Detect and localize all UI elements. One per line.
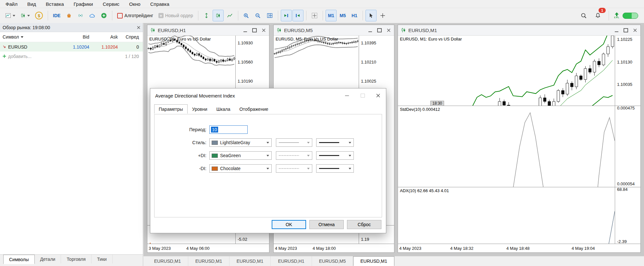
timeframe-m5-button[interactable]: M5 [337, 10, 348, 21]
cancel-button[interactable]: Отмена [309, 220, 344, 229]
style-line-select[interactable] [276, 138, 312, 147]
menu-tools[interactable]: Сервис [98, 0, 124, 8]
indicator-scale[interactable]: 0.000475 0.000054 [615, 106, 640, 187]
tab-details[interactable]: Детали [35, 255, 61, 263]
time-scale[interactable]: 4 May 2023 4 May 18:00 [274, 244, 394, 252]
chart-tab-0[interactable]: EURUSD,M1 [147, 256, 188, 266]
chart-type-button[interactable] [3, 10, 18, 21]
add-symbol-row[interactable]: добавить... 1 / 120 [0, 52, 143, 61]
menu-help[interactable]: Справка [145, 0, 174, 8]
adx-chart[interactable] [398, 187, 615, 244]
menu-file[interactable]: Файл [1, 0, 22, 8]
line-scale-button[interactable] [224, 10, 235, 21]
chart-tab-3[interactable]: EURUSD,H1 [271, 256, 312, 266]
style-color-select[interactable]: LightSlateGray [209, 138, 272, 147]
ok-button[interactable]: OK [272, 220, 306, 229]
close-panel-button[interactable] [137, 26, 140, 29]
cursor-tool-button[interactable] [365, 10, 377, 21]
tab-parameters[interactable]: Параметры [154, 104, 188, 114]
zoom-in-icon [243, 13, 249, 18]
ide-button[interactable]: IDE [51, 10, 63, 21]
signals-button[interactable] [75, 10, 86, 21]
menu-charts[interactable]: Графики [69, 0, 98, 8]
column-bid[interactable]: Bid [58, 34, 89, 40]
stddev-chart[interactable] [398, 106, 615, 187]
minus-di-line-select[interactable] [276, 164, 312, 173]
market-button[interactable] [63, 10, 74, 21]
close-icon[interactable] [633, 29, 637, 32]
vps-button[interactable] [87, 10, 98, 21]
chart-tab-1[interactable]: EURUSD,M1 [188, 256, 229, 266]
cursor-icon [368, 13, 373, 18]
column-spread[interactable]: Спред [118, 34, 143, 40]
dialog-close-button[interactable] [370, 88, 386, 103]
tab-symbols[interactable]: Символы [3, 255, 35, 264]
price-scale[interactable]: 1.10225 1.10130 1.10035 [615, 36, 640, 106]
add-service-button[interactable] [98, 10, 109, 21]
tab-visualization[interactable]: Отображение [235, 104, 273, 114]
symbol-row-eurusd[interactable]: EURUSD 1.10204 1.10204 0 [0, 42, 143, 52]
time-scale[interactable]: 3 May 2023 4 May 06:00 [147, 244, 269, 252]
close-icon[interactable] [262, 29, 266, 32]
minimize-icon[interactable] [243, 28, 247, 32]
color-swatch [212, 141, 218, 145]
column-ask[interactable]: Ask [89, 34, 118, 40]
data-window-button[interactable] [309, 10, 320, 21]
maximize-icon[interactable] [377, 28, 382, 32]
window-titlebar[interactable]: EURUSD,M5 [274, 25, 394, 36]
timeframe-m1-button[interactable]: M1 [326, 10, 337, 21]
notifications-button[interactable]: 1 [592, 10, 603, 21]
search-button[interactable] [578, 10, 589, 21]
bar-scale-button[interactable] [201, 10, 212, 21]
algo-trading-button[interactable]: Алготрейдинг [115, 10, 155, 21]
chart-tab-2[interactable]: EURUSD,M1 [229, 256, 271, 266]
candle-scale-button[interactable] [213, 10, 224, 21]
period-input[interactable]: 10 [209, 125, 248, 134]
indicator-dialog: Average Directional Movement Index Парам… [150, 88, 386, 233]
window-titlebar[interactable]: EURUSD,H1 [147, 25, 269, 36]
chart-shift-button[interactable] [292, 10, 303, 21]
crosshair-tool-button[interactable] [377, 10, 388, 21]
indicator-scale[interactable]: 68.84 -2.39 [615, 187, 640, 244]
window-title: EURUSD,M1 [408, 28, 437, 33]
plus-di-line-select[interactable] [276, 151, 312, 160]
menu-insert[interactable]: Вставка [41, 0, 69, 8]
mt5-window: Файл Вид Вставка Графики Сервис Окно Спр… [0, 0, 644, 266]
style-width-select[interactable] [316, 138, 354, 147]
menu-view[interactable]: Вид [22, 0, 41, 8]
chevron-down-icon [266, 142, 269, 144]
tab-ticks[interactable]: Тики [92, 255, 113, 263]
window-titlebar[interactable]: EURUSD,M1 [398, 25, 640, 36]
maximize-icon[interactable] [624, 28, 628, 32]
levels-button[interactable]: LVL [614, 12, 619, 19]
price-chart[interactable] [398, 36, 615, 106]
line-width-sample [318, 141, 340, 144]
dialog-titlebar[interactable]: Average Directional Movement Index [150, 88, 386, 103]
auto-scroll-button[interactable] [281, 10, 292, 21]
zoom-out-button[interactable] [253, 10, 264, 21]
tab-scale[interactable]: Шкала [212, 104, 235, 114]
time-scale[interactable]: 4 May 2023 4 May 18:32 4 May 18:48 4 May… [398, 244, 640, 252]
tab-trading[interactable]: Торговля [61, 255, 91, 263]
dialog-minimize-button[interactable] [339, 88, 355, 103]
maximize-icon[interactable] [252, 28, 257, 32]
menu-window[interactable]: Окно [124, 0, 145, 8]
minimize-icon[interactable] [615, 28, 618, 32]
column-symbol[interactable]: Символ [0, 34, 58, 40]
tile-windows-button[interactable] [264, 10, 275, 21]
currency-button[interactable]: $ [33, 10, 45, 21]
chart-tab-5[interactable]: EURUSD,M1 [353, 256, 394, 266]
close-icon[interactable] [387, 29, 390, 32]
reset-button[interactable]: Сброс [347, 220, 381, 229]
timeframe-h1-button[interactable]: H1 [349, 10, 360, 21]
spread-value: 0 [118, 44, 143, 50]
plus-di-width-select[interactable] [316, 151, 354, 160]
minimize-icon[interactable] [368, 28, 372, 32]
chart-tab-4[interactable]: EURUSD,M5 [312, 256, 353, 266]
minus-di-width-select[interactable] [316, 164, 354, 173]
tab-levels[interactable]: Уровни [188, 104, 212, 114]
minus-di-color-select[interactable]: Chocolate [209, 164, 272, 173]
plus-di-color-select[interactable]: SeaGreen [209, 151, 272, 160]
zoom-in-button[interactable] [241, 10, 252, 21]
candle-type-button[interactable] [18, 10, 32, 21]
